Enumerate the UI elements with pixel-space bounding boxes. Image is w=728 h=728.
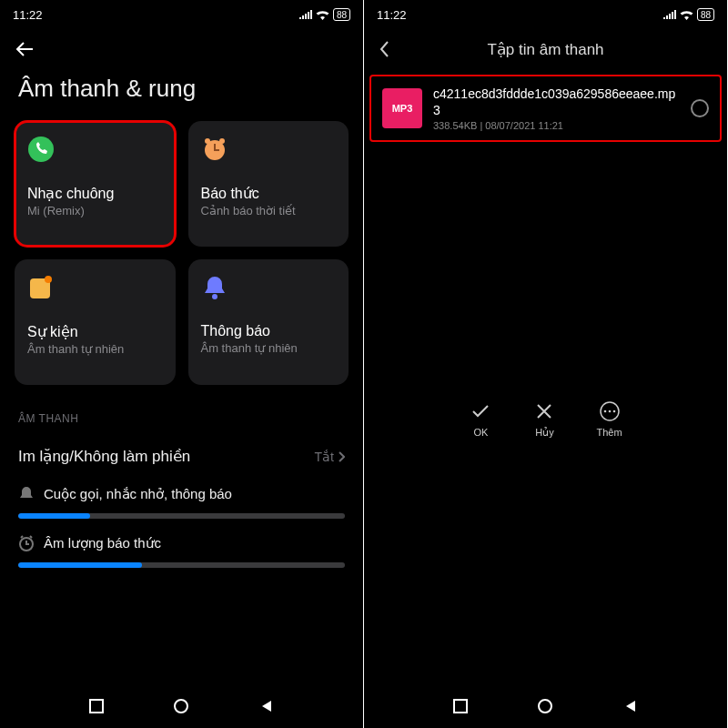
svg-rect-16 — [454, 700, 467, 713]
signal-icon — [299, 10, 312, 19]
slider2-label: Âm lượng báo thức — [44, 535, 161, 551]
dnd-label: Im lặng/Không làm phiền — [18, 447, 190, 466]
topbar: Tập tin âm thanh — [364, 29, 727, 69]
slider2-track[interactable] — [18, 562, 345, 568]
svg-point-8 — [212, 294, 217, 299]
status-time: 11:22 — [13, 8, 43, 22]
svg-point-14 — [608, 410, 611, 412]
battery-level: 88 — [697, 8, 714, 21]
signal-icon — [663, 10, 676, 19]
card-label: Sự kiện — [27, 323, 163, 340]
svg-point-5 — [219, 138, 225, 144]
phone-left: 11:22 88 Âm thanh & rung Nhạc chuông Mi … — [0, 0, 364, 728]
bell-small-icon — [18, 486, 35, 502]
slider1[interactable] — [0, 508, 363, 524]
svg-rect-3 — [214, 149, 219, 151]
statusbar: 11:22 88 — [364, 0, 727, 29]
close-icon — [532, 399, 556, 423]
ok-button[interactable]: OK — [469, 399, 492, 439]
row-dnd[interactable]: Im lặng/Không làm phiền Tắt — [0, 438, 363, 475]
slider2-row: Âm lượng báo thức — [0, 524, 363, 557]
phone-icon — [27, 136, 55, 163]
card-notification[interactable]: Thông báo Âm thanh tự nhiên — [188, 259, 349, 385]
svg-point-7 — [45, 276, 52, 283]
card-sub: Âm thanh tự nhiên — [27, 342, 163, 356]
page-title: Tập tin âm thanh — [487, 40, 603, 59]
page-title: Âm thanh & rung — [0, 69, 363, 121]
status-time: 11:22 — [377, 8, 407, 22]
alarm-small-icon — [18, 535, 35, 551]
ok-label: OK — [473, 427, 488, 438]
card-ringtone[interactable]: Nhạc chuông Mi (Remix) — [15, 121, 176, 247]
meta-sep: | — [480, 120, 482, 131]
topbar — [0, 29, 363, 69]
alarm-icon — [201, 136, 228, 163]
check-icon — [469, 399, 492, 423]
calendar-icon — [27, 274, 55, 301]
nav-home-icon[interactable] — [173, 698, 189, 714]
card-alarm[interactable]: Báo thức Cảnh báo thời tiết — [188, 121, 349, 247]
back-arrow-icon[interactable] — [15, 38, 36, 60]
card-label: Nhạc chuông — [27, 185, 163, 202]
slider1-row: Cuộc gọi, nhắc nhở, thông báo — [0, 475, 363, 508]
svg-point-17 — [539, 700, 551, 713]
android-navbar — [364, 684, 727, 728]
svg-rect-10 — [90, 700, 103, 713]
card-label: Báo thức — [201, 185, 337, 202]
section-header: ÂM THANH — [0, 385, 363, 438]
svg-point-13 — [603, 410, 606, 412]
radio-unselected[interactable] — [691, 99, 709, 117]
card-sub: Cảnh báo thời tiết — [201, 204, 337, 217]
card-sub: Mi (Remix) — [27, 204, 163, 217]
bottom-actions: OK Hủy Thêm — [364, 387, 727, 446]
cards-grid: Nhạc chuông Mi (Remix) Báo thức Cảnh báo… — [0, 121, 363, 385]
slider1-label: Cuộc gọi, nhắc nhở, thông báo — [44, 486, 232, 502]
more-button[interactable]: Thêm — [596, 399, 622, 439]
bell-icon — [201, 274, 228, 301]
card-sub: Âm thanh tự nhiên — [201, 341, 337, 355]
card-event[interactable]: Sự kiện Âm thanh tự nhiên — [15, 259, 176, 385]
phone-right: 11:22 88 Tập tin âm thanh MP3 c4211ec8d3… — [364, 0, 728, 728]
file-date: 08/07/2021 11:21 — [485, 120, 563, 131]
svg-point-15 — [612, 410, 615, 412]
svg-point-11 — [175, 700, 187, 713]
more-icon — [598, 399, 622, 423]
battery-level: 88 — [333, 8, 350, 21]
file-size: 338.54KB — [433, 120, 477, 131]
card-label: Thông báo — [201, 323, 337, 339]
svg-point-4 — [205, 138, 210, 144]
mp3-badge: MP3 — [382, 88, 422, 128]
back-chevron-icon[interactable] — [379, 40, 389, 58]
cancel-button[interactable]: Hủy — [532, 399, 556, 439]
cancel-label: Hủy — [535, 427, 553, 439]
chevron-right-icon — [338, 451, 345, 462]
nav-back-icon[interactable] — [259, 699, 274, 713]
slider1-track[interactable] — [18, 513, 345, 519]
file-row[interactable]: MP3 c4211ec8d3fddde1c039a629586eeaee.mp3… — [371, 76, 720, 140]
slider2[interactable] — [0, 557, 363, 573]
nav-home-icon[interactable] — [537, 698, 553, 714]
wifi-icon — [680, 10, 693, 20]
dnd-value: Tắt — [315, 450, 334, 464]
more-label: Thêm — [596, 427, 622, 438]
android-navbar — [0, 684, 363, 728]
statusbar: 11:22 88 — [0, 0, 363, 29]
nav-back-icon[interactable] — [623, 699, 638, 713]
nav-recent-icon[interactable] — [89, 699, 104, 713]
file-name: c4211ec8d3fddde1c039a629586eeaee.mp3 — [433, 86, 680, 118]
nav-recent-icon[interactable] — [453, 699, 468, 713]
wifi-icon — [316, 10, 329, 20]
